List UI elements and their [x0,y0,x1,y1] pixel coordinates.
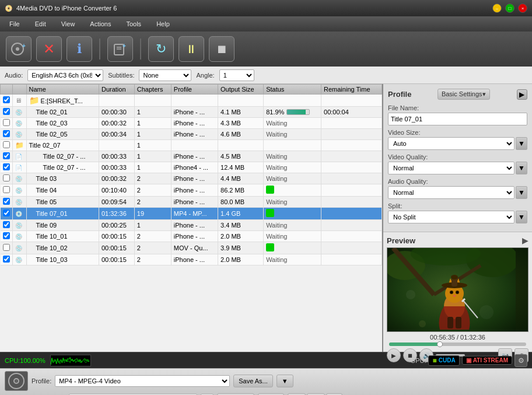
disc-icon: 🖥 [15,97,22,104]
row-check[interactable] [1,107,13,118]
menu-file[interactable]: File [2,19,27,29]
profile-select-bottom[interactable]: MP4 - MPEG-4 Video [55,375,230,387]
table-row[interactable]: 💿 Title 10_02 00:00:15 2 MOV - Qu... 3.9… [1,242,382,254]
menu-help[interactable]: Help [149,19,177,29]
video-size-select[interactable]: Auto [388,137,514,150]
menu-actions[interactable]: Actions [83,19,118,29]
convert-button[interactable]: ↻ [148,36,174,62]
row-chapters: 2 [134,242,171,254]
row-check[interactable] [1,242,13,254]
audio-quality-arrow[interactable]: ▼ [516,186,527,199]
row-check[interactable] [1,254,13,265]
row-duration: 01:32:36 [99,208,134,220]
play-button[interactable]: ▶ [387,348,401,362]
pause-button[interactable]: ⏸ [178,36,204,62]
table-row[interactable]: 💿 Title 02_05 00:00:34 1 iPhone - ... 4.… [1,129,382,140]
audio-select[interactable]: English AC3 6ch (0x8... [27,69,103,81]
row-check[interactable] [1,220,13,231]
audio-quality-select[interactable]: Normal [388,186,514,199]
table-row[interactable]: 💿 Title 10_01 00:00:15 2 iPhone - ... 2.… [1,231,382,242]
video-quality-arrow[interactable]: ▼ [516,162,527,174]
row-type: 💿 [12,129,26,140]
table-row[interactable]: 💿 Title 03 00:00:32 2 iPhone - ... 4.4 M… [1,173,382,184]
row-remaining [321,151,382,162]
remove-button[interactable]: ✕ [36,36,62,62]
gpu-label: GPU: [411,357,426,364]
row-check[interactable] [1,95,13,107]
row-output-size [218,140,264,151]
row-check[interactable] [1,208,13,220]
row-chapters: 19 [134,208,171,220]
close-button[interactable]: × [518,4,527,13]
table-row-selected[interactable]: 💿 Title 07_01 01:32:36 19 MP4 - MP... 1.… [1,208,382,220]
row-check[interactable] [1,162,13,173]
stop-button[interactable]: ⏹ [209,36,235,62]
cuda-badge[interactable]: ■ CUDA [428,355,459,366]
preview-expand-button[interactable]: ▶ [522,236,528,245]
video-size-arrow[interactable]: ▼ [516,137,527,150]
split-select[interactable]: No Split [388,211,514,223]
row-check[interactable] [1,118,13,129]
row-check[interactable] [1,184,13,197]
table-row[interactable]: 💿 Title 05 00:09:54 2 iPhone - ... 80.0 … [1,197,382,208]
table-row[interactable]: 📄 Title 02_07 - ... 00:00:33 1 iPhone - … [1,151,382,162]
subtitles-select[interactable]: None [139,69,191,81]
info-button[interactable]: ℹ [66,36,92,62]
row-check[interactable] [1,173,13,184]
preview-video-inner [387,248,528,331]
file-name-input[interactable] [388,113,527,125]
gpu-settings-button[interactable]: ⚙ [514,354,527,367]
row-remaining [321,208,382,220]
maximize-button[interactable]: □ [505,4,514,13]
table-row[interactable]: 💿 Title 10_03 00:00:15 2 iPhone - ... 2.… [1,254,382,265]
row-check[interactable] [1,197,13,208]
disc-icon2: 💿 [15,109,22,116]
row-status: Waiting [264,118,321,129]
menu-tools[interactable]: Tools [119,19,148,29]
add-file-button[interactable]: + [107,36,133,62]
profile-expand-button[interactable]: ▶ [517,89,527,100]
row-check[interactable] [1,140,13,151]
table-row[interactable]: 🖥 📁 E:[SHREK_T... [1,95,382,107]
row-profile: iPhone - ... [171,151,218,162]
video-quality-select[interactable]: Normal [388,162,514,174]
row-type: 💿 [12,184,26,197]
row-status: Waiting [264,220,321,231]
menu-view[interactable]: View [54,19,82,29]
save-as-button[interactable]: Save As... [233,375,273,387]
row-check[interactable] [1,129,13,140]
row-profile [171,140,218,151]
save-arrow-button[interactable]: ▼ [276,375,293,387]
basic-settings-button[interactable]: Basic Settings▾ [438,89,490,100]
cpu-label: CPU:100.00% [5,357,46,364]
minimize-button[interactable]: – [492,4,502,13]
file-name-label: File Name: [388,104,527,111]
row-remaining [321,220,382,231]
col-check [1,85,13,95]
row-check[interactable] [1,151,13,162]
table-row[interactable]: 💿 Title 04 00:10:40 2 iPhone - ... 86.2 … [1,184,382,197]
row-type: 💿 [12,254,26,265]
row-check[interactable] [1,231,13,242]
row-remaining [321,231,382,242]
add-dvd-button[interactable]: + [6,36,32,62]
angle-select[interactable]: 1 [219,69,254,81]
split-arrow[interactable]: ▼ [516,211,527,223]
table-row[interactable]: 💿 Title 02_01 00:00:30 1 iPhone - ... 4.… [1,107,382,118]
svg-point-21 [453,295,456,297]
row-output-size: 3.9 MB [218,242,264,254]
row-output-size: 2.0 MB [218,231,264,242]
seek-bar-thumb[interactable] [437,341,443,347]
row-remaining [321,129,382,140]
seek-bar-track[interactable] [389,342,526,346]
disc-icon6: 💿 [15,187,22,194]
preview-header: Preview ▶ [387,236,528,245]
table-row[interactable]: 📄 Title 02_07 - ... 00:00:33 1 iPhone4 -… [1,162,382,173]
table-row[interactable]: 📁 Title 02_07 1 [1,140,382,151]
row-output-size: 4.3 MB [218,118,264,129]
file-list-scroll[interactable]: Name Duration Chapters Profile Output Si… [0,84,382,352]
menu-edit[interactable]: Edit [28,19,53,29]
table-row[interactable]: 💿 Title 02_03 00:00:32 1 iPhone - ... 4.… [1,118,382,129]
table-row[interactable]: 💿 Title 09 00:00:25 1 iPhone - ... 3.4 M… [1,220,382,231]
ati-badge[interactable]: ▣ ATI STREAM [462,356,512,365]
